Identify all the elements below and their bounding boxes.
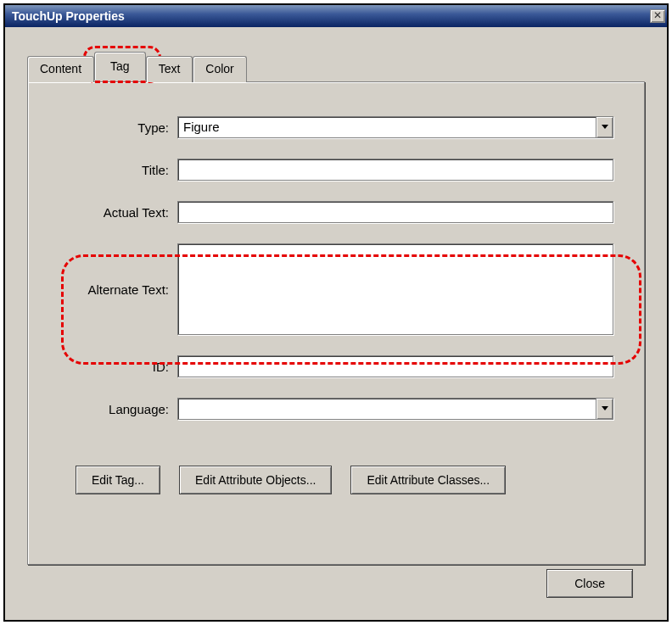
id-label: ID: bbox=[59, 360, 177, 374]
titlebar: TouchUp Properties ✕ bbox=[5, 5, 667, 27]
language-select-value bbox=[178, 399, 596, 419]
actual-text-label: Actual Text: bbox=[59, 205, 177, 220]
dialog-window: TouchUp Properties ✕ Content Tag Text Co… bbox=[3, 3, 669, 622]
id-input[interactable] bbox=[177, 355, 613, 377]
tab-container: Content Tag Text Color Type: Figure Titl… bbox=[27, 53, 645, 565]
tab-text[interactable]: Text bbox=[146, 56, 193, 82]
edit-attribute-classes-button[interactable]: Edit Attribute Classes... bbox=[350, 466, 506, 494]
edit-tag-button[interactable]: Edit Tag... bbox=[76, 466, 160, 494]
type-select[interactable]: Figure bbox=[177, 116, 613, 138]
tabstrip: Content Tag Text Color bbox=[27, 53, 645, 81]
language-select[interactable] bbox=[177, 398, 613, 420]
title-label: Title: bbox=[59, 163, 177, 177]
row-actual-text: Actual Text: bbox=[59, 201, 613, 223]
row-type: Type: Figure bbox=[59, 116, 613, 138]
type-label: Type: bbox=[59, 120, 177, 135]
svg-marker-1 bbox=[602, 406, 608, 410]
tab-panel-tag: Type: Figure Title: Actual Text: Alterna… bbox=[27, 81, 645, 565]
actual-text-input[interactable] bbox=[177, 201, 613, 223]
alternate-text-label: Alternate Text: bbox=[59, 282, 177, 297]
edit-button-row: Edit Tag... Edit Attribute Objects... Ed… bbox=[59, 466, 613, 494]
window-close-button[interactable]: ✕ bbox=[650, 9, 665, 23]
language-label: Language: bbox=[59, 402, 177, 416]
alternate-text-input[interactable] bbox=[177, 243, 613, 335]
close-button[interactable]: Close bbox=[546, 569, 633, 598]
dropdown-arrow-icon bbox=[596, 117, 613, 137]
dropdown-arrow-icon bbox=[596, 399, 613, 419]
tab-content[interactable]: Content bbox=[27, 56, 94, 82]
tab-color[interactable]: Color bbox=[193, 56, 246, 82]
svg-marker-0 bbox=[602, 125, 608, 129]
title-input[interactable] bbox=[177, 159, 613, 181]
type-select-value: Figure bbox=[178, 117, 596, 137]
row-id: ID: bbox=[59, 355, 613, 377]
edit-attribute-objects-button[interactable]: Edit Attribute Objects... bbox=[179, 466, 332, 494]
row-language: Language: bbox=[59, 398, 613, 420]
row-alternate-text: Alternate Text: bbox=[59, 243, 613, 335]
close-icon: ✕ bbox=[653, 9, 662, 21]
row-title: Title: bbox=[59, 159, 613, 181]
tab-tag[interactable]: Tag bbox=[94, 52, 146, 81]
window-title: TouchUp Properties bbox=[12, 9, 125, 23]
dialog-close-row: Close bbox=[546, 569, 633, 598]
